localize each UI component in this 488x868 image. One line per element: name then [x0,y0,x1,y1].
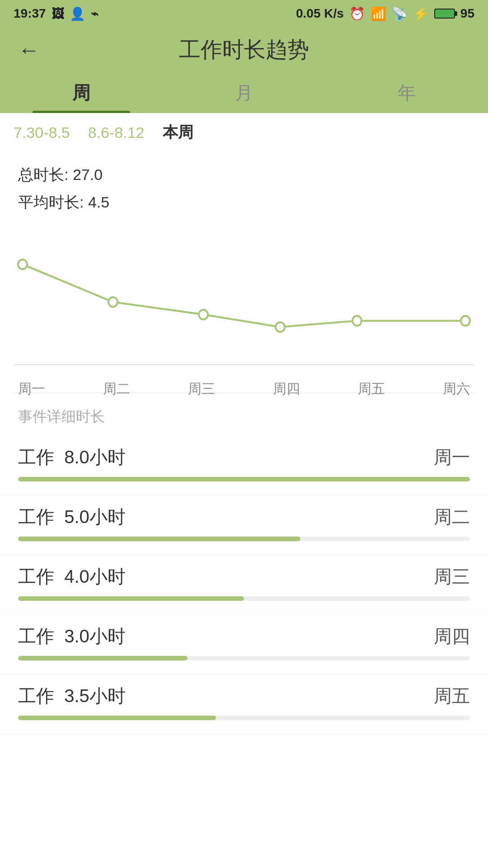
svg-point-2 [108,297,117,307]
status-icon-signal: 📡 [392,6,408,21]
week-option-current[interactable]: 本周 [163,122,193,143]
stat-avg: 平均时长: 4.5 [18,189,470,216]
detail-label-1: 工作 8.0小时 [18,445,126,470]
detail-label-2: 工作 5.0小时 [18,505,126,529]
status-icon-clock: ⏰ [349,6,365,21]
x-label-sat: 周六 [443,380,470,398]
status-battery: 95 [460,6,474,21]
x-label-thu: 周四 [273,380,300,398]
tab-bar: 周 月 年 [0,72,488,113]
detail-header-3: 工作 4.0小时 周三 [18,564,470,589]
detail-header-2: 工作 5.0小时 周二 [18,505,470,529]
battery-icon [434,9,455,19]
detail-bar-fill-3 [18,596,244,601]
header: ← 工作时长趋势 [0,27,488,72]
detail-day-1: 周一 [434,445,470,470]
tab-month[interactable]: 月 [163,72,325,113]
detail-bar-bg-2 [18,537,470,541]
detail-item-1: 工作 8.0小时 周一 [0,436,488,495]
status-time: 19:37 [14,6,46,21]
detail-day-2: 周二 [434,505,470,529]
detail-header-1: 工作 8.0小时 周一 [18,445,470,470]
detail-bar-bg-4 [18,656,470,660]
svg-point-4 [276,322,285,332]
status-left: 19:37 🖼 👤 ⌁ [14,6,99,21]
week-option-1[interactable]: 7.30-8.5 [14,124,70,142]
detail-item-2: 工作 5.0小时 周二 [0,495,488,555]
tab-year[interactable]: 年 [325,72,488,113]
detail-item-3: 工作 4.0小时 周三 [0,555,488,615]
status-icon-wifi: 📶 [371,6,386,21]
status-icon-person: 👤 [70,6,85,21]
detail-day-4: 周四 [434,624,470,649]
detail-bar-fill-5 [18,716,216,720]
x-label-mon: 周一 [18,380,45,398]
week-option-2[interactable]: 8.6-8.12 [88,124,145,142]
detail-label-4: 工作 3.0小时 [18,624,126,649]
detail-bar-fill-2 [18,537,300,541]
chart-x-labels: 周一 周二 周三 周四 周五 周六 [14,376,474,398]
status-icon-bolt: ⚡ [413,6,429,21]
status-icon-photo: 🖼 [52,6,64,21]
stat-total: 总时长: 27.0 [18,161,470,189]
detail-day-5: 周五 [434,684,470,708]
x-label-fri: 周五 [358,380,385,398]
stats-section: 总时长: 27.0 平均时长: 4.5 [0,152,488,221]
status-icon-usb: ⌁ [91,6,99,21]
x-label-wed: 周三 [188,380,215,398]
detail-item-4: 工作 3.0小时 周四 [0,615,488,675]
svg-point-5 [352,316,361,326]
svg-point-1 [18,260,27,269]
detail-label-3: 工作 4.0小时 [18,564,126,589]
detail-bar-fill-1 [18,477,470,481]
section-title: 事件详细时长 [0,393,488,436]
line-chart [14,230,474,374]
page-title: 工作时长趋势 [179,35,309,64]
status-right: 0.05 K/s ⏰ 📶 📡 ⚡ 95 [296,6,474,21]
status-network: 0.05 K/s [296,6,344,21]
back-button[interactable]: ← [18,38,40,62]
x-label-tue: 周二 [103,380,130,398]
detail-header-5: 工作 3.5小时 周五 [18,684,470,708]
tab-week[interactable]: 周 [0,72,163,113]
detail-bar-fill-4 [18,656,188,660]
svg-point-6 [461,316,470,326]
svg-point-3 [199,310,208,319]
detail-bar-bg-5 [18,716,470,720]
detail-bar-bg-3 [18,596,470,601]
status-bar: 19:37 🖼 👤 ⌁ 0.05 K/s ⏰ 📶 📡 ⚡ 95 [0,0,488,27]
detail-bar-bg-1 [18,477,470,481]
chart-container: 周一 周二 周三 周四 周五 周六 [0,221,488,392]
detail-header-4: 工作 3.0小时 周四 [18,624,470,649]
detail-item-5: 工作 3.5小时 周五 [0,675,488,734]
detail-label-5: 工作 3.5小时 [18,684,126,708]
detail-day-3: 周三 [434,564,470,589]
week-selector: 7.30-8.5 8.6-8.12 本周 [0,113,488,152]
